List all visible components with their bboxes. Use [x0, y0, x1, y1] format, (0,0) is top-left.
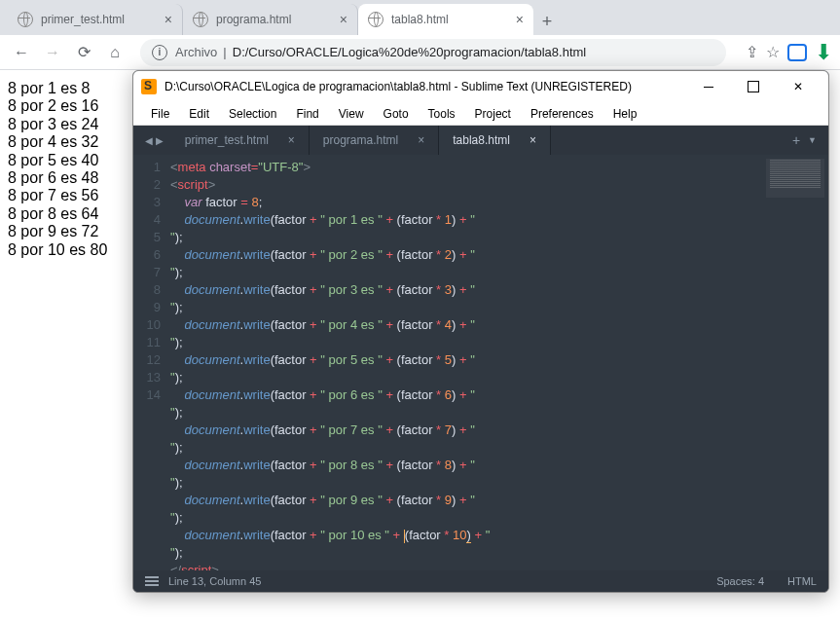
status-position[interactable]: Line 13, Column 45 — [168, 575, 261, 587]
menu-edit[interactable]: Edit — [179, 107, 219, 121]
sublime-icon — [141, 79, 157, 94]
tab-nav-arrows[interactable]: ◀ ▶ — [137, 126, 171, 155]
address-bar[interactable]: i Archivo | D:/Curso/ORACLE/Logica%20de%… — [140, 39, 726, 66]
browser-tab-2[interactable]: programa.html × — [183, 4, 358, 35]
share-icon[interactable]: ⇪ — [746, 43, 758, 61]
minimize-button[interactable] — [686, 71, 731, 102]
browser-tab-3[interactable]: tabla8.html × — [358, 4, 533, 35]
info-icon: i — [152, 45, 167, 60]
chevron-down-icon: ▼ — [808, 135, 817, 145]
new-tab-button[interactable]: + — [533, 8, 561, 35]
menu-preferences[interactable]: Preferences — [521, 107, 603, 121]
close-button[interactable]: ✕ — [776, 71, 821, 102]
code-content[interactable]: <meta charset="UTF-8"> <script> var fact… — [170, 155, 828, 570]
sublime-tab-actions[interactable]: + ▼ — [781, 126, 828, 155]
sublime-title: D:\Curso\ORACLE\Logica de programacion\t… — [164, 80, 632, 93]
globe-icon — [18, 12, 33, 27]
globe-icon — [368, 12, 383, 27]
menu-tools[interactable]: Tools — [419, 107, 465, 121]
browser-tab-strip: primer_test.html × programa.html × tabla… — [0, 0, 840, 35]
tab-title: tabla8.html — [391, 13, 449, 26]
menu-project[interactable]: Project — [465, 107, 521, 121]
close-icon[interactable]: × — [340, 12, 347, 27]
menu-help[interactable]: Help — [603, 107, 647, 121]
menu-view[interactable]: View — [329, 107, 374, 121]
menu-goto[interactable]: Goto — [374, 107, 419, 121]
status-syntax[interactable]: HTML — [787, 575, 817, 587]
address-label: Archivo — [175, 45, 217, 59]
close-icon[interactable]: × — [418, 133, 424, 147]
sublime-menubar: File Edit Selection Find View Goto Tools… — [133, 102, 828, 126]
sublime-tab-2[interactable]: programa.html × — [310, 126, 439, 155]
close-icon[interactable]: × — [164, 12, 172, 27]
menu-find[interactable]: Find — [286, 107, 328, 121]
tab-title: programa.html — [216, 13, 291, 26]
sublime-tab-strip: ◀ ▶ primer_test.html × programa.html × t… — [133, 126, 828, 155]
sublime-window: D:\Curso\ORACLE\Logica de programacion\t… — [132, 70, 829, 593]
minimap[interactable] — [766, 159, 824, 198]
home-button[interactable]: ⌂ — [101, 39, 128, 66]
forward-button: → — [39, 39, 66, 66]
bookmark-icon[interactable]: ☆ — [766, 43, 780, 61]
extension-icon[interactable] — [787, 44, 807, 61]
menu-icon[interactable] — [145, 576, 159, 586]
address-path: D:/Curso/ORACLE/Logica%20de%20programaci… — [233, 45, 586, 59]
globe-icon — [193, 12, 208, 27]
menu-file[interactable]: File — [141, 107, 179, 121]
reload-button[interactable]: ⟳ — [70, 39, 97, 66]
sublime-titlebar[interactable]: D:\Curso\ORACLE\Logica de programacion\t… — [133, 71, 828, 102]
status-bar: Line 13, Column 45 Spaces: 4 HTML — [133, 570, 828, 592]
status-indent[interactable]: Spaces: 4 — [716, 575, 764, 587]
close-icon[interactable]: × — [288, 133, 295, 147]
toolbar-actions: ⇪ ☆ ⬇ — [746, 40, 832, 65]
sublime-tab-1[interactable]: primer_test.html × — [171, 126, 310, 155]
sublime-tab-3[interactable]: tabla8.html × — [439, 126, 551, 155]
plus-icon: + — [792, 132, 800, 148]
back-button[interactable]: ← — [8, 39, 35, 66]
maximize-button[interactable] — [731, 71, 776, 102]
tab-title: primer_test.html — [41, 13, 125, 26]
download-icon[interactable]: ⬇ — [815, 40, 832, 65]
browser-toolbar: ← → ⟳ ⌂ i Archivo | D:/Curso/ORACLE/Logi… — [0, 35, 840, 70]
close-icon[interactable]: × — [530, 133, 536, 147]
close-icon[interactable]: × — [516, 12, 524, 27]
menu-selection[interactable]: Selection — [219, 107, 286, 121]
editor-area[interactable]: 1234567891011121314 <meta charset="UTF-8… — [133, 155, 828, 570]
browser-tab-1[interactable]: primer_test.html × — [8, 4, 183, 35]
line-gutter: 1234567891011121314 — [133, 155, 170, 570]
